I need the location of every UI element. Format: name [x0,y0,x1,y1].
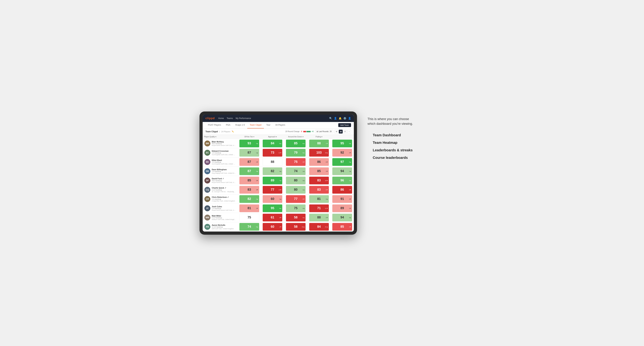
annotation-item-0: Team Dashboard [373,133,416,137]
player-handicap: 1-5 Handicap [212,208,236,209]
settings-icon[interactable]: ⚙️ [343,117,346,120]
score-number: 86 [317,160,321,164]
score-change: 3▲ [349,180,351,181]
player-club: Royal North Devon Golf Club, United King… [212,209,236,211]
player-info-6[interactable]: CRChris Robertson ✓1-5 HandicapCraigmill… [203,194,238,204]
score-cell-4-3: 8310▼ [307,176,330,185]
player-club: Royal North Devon Golf Club, United King… [212,145,236,146]
score-change: 7▲ [279,180,282,181]
column-headers: Player Quality ▾ Off the Tee ▾ Approach … [203,135,354,139]
tab-tour[interactable]: Tour [264,122,273,128]
nav-my-performance[interactable]: My Performance [236,117,251,120]
score-change: 1▲ [302,170,305,172]
player-details: Aaron Nicholls11-15 HandicapDrift Golf C… [212,224,236,230]
col-off-tee[interactable]: Off the Tee ▾ [238,135,261,139]
player-info-3[interactable]: DBDave Billingham1-5 HandicapGog Magog G… [203,167,238,176]
col-player[interactable]: Player Quality ▾ [203,135,238,139]
player-name: Dave Billingham [212,169,236,171]
score-box: 748▲ [240,223,259,231]
round-change-section: 20 Round Change -5 +5 [285,131,314,133]
team-header: Team Clippd | 14 Players ✏️ 20 Round Cha… [203,129,354,135]
grid-view-icon[interactable]: ⊞ [334,130,338,134]
score-change: 6▼ [326,189,328,190]
user-icon[interactable]: 👤 [334,117,337,120]
player-handicap: 1-5 Handicap [212,198,236,200]
player-name: Charlie Quick ✓ [212,187,236,189]
change-green-bar [306,131,310,132]
tab-all-players[interactable]: All Players [273,122,288,128]
score-cell-0-1: 846▲ [261,139,284,148]
score-cell-5-0: 833▼ [238,185,261,194]
score-change: 11▼ [278,152,282,154]
score-cell-1-3: 10315▲ [307,148,330,157]
score-box: 10315▲ [309,149,329,157]
nav-teams[interactable]: Teams [226,117,233,120]
annotation-item-2: Leaderboards & streaks [373,148,416,152]
score-box: 613▼ [263,214,282,221]
score-cell-0-0: 939▲ [238,139,261,148]
profile-icon[interactable]: 👤 [348,117,351,120]
score-change: 8▲ [256,226,258,227]
player-name: Edward Crossman [212,150,236,152]
score-number: 91 [340,197,344,201]
score-number: 95 [340,142,344,145]
score-change: 21▲ [325,226,328,227]
add-team-button[interactable]: Add Team [338,123,351,127]
bell-icon[interactable]: 🔔 [338,117,342,120]
avatar: DF [204,177,210,183]
score-number: 77 [294,197,298,201]
score-cell-8-0: 75 [238,213,261,222]
player-info-7[interactable]: JCJosh Coles1-5 HandicapRoyal North Devo… [203,204,238,213]
player-info-0[interactable]: BMBlair McHargPlus HandicapRoyal North D… [203,139,238,148]
score-box: 943▲ [332,214,352,221]
heatmap-view-icon[interactable]: ▦ [339,130,343,134]
player-handicap: Plus Handicap [212,180,236,181]
player-info-5[interactable]: CQCharlie Quick ✓6-10 HandicapSt. George… [203,185,238,194]
score-box: 801▲ [286,186,306,194]
player-details: Matt Miller6-10 HandicapWoburn Golf Club… [212,215,236,220]
list-view-icon[interactable]: ☰ [343,130,347,134]
player-details: Blair McHargPlus HandicapRoyal North Dev… [212,141,236,146]
avatar: BM [204,141,210,147]
player-info-9[interactable]: ANAaron Nicholls11-15 HandicapDrift Golf… [203,222,238,231]
nav-home[interactable]: Home [218,117,224,120]
player-club: St. George's Hill GC - Weybridge - Surre… [212,191,236,192]
player-info-1[interactable]: ECEdward Crossman1-5 HandicapSunningdale… [203,148,238,157]
player-handicap: 1-5 Handicap [212,171,236,172]
player-name: David Ford ✓ [212,177,236,180]
score-cell-5-4: 868▼ [330,185,354,194]
score-cell-2-4: 975▲ [330,158,354,167]
player-row: JCJosh Coles1-5 HandicapRoyal North Devo… [203,204,354,213]
col-approach[interactable]: Approach ▾ [261,135,284,139]
subnav: PGAT Players PGA Hcaps 1-5 Team Clippd T… [203,122,354,129]
score-cell-8-3: 882▼ [307,213,330,222]
score-cell-8-4: 943▲ [330,213,354,222]
edit-icon[interactable]: ✏️ [232,131,234,133]
player-club: Royal North Devon Golf Club, United King… [212,181,236,183]
score-cell-3-1: 824▲ [261,167,284,176]
tab-pgat-players[interactable]: PGAT Players [206,122,224,128]
tab-pga[interactable]: PGA [224,122,233,128]
col-putting[interactable]: Putting ▾ [307,135,330,139]
player-info-2[interactable]: EEElliot Ebert1-5 HandicapSunningdale Go… [203,158,238,167]
player-info-8[interactable]: MMMatt Miller6-10 HandicapWoburn Golf Cl… [203,213,238,222]
player-info-4[interactable]: DFDavid Ford ✓Plus HandicapRoyal North D… [203,176,238,185]
score-cell-6-0: 823▲ [238,194,261,204]
search-icon[interactable]: 🔍 [329,117,332,120]
tab-hcaps[interactable]: Hcaps 1-5 [233,122,247,128]
score-box: 939▲ [240,140,259,147]
player-row: BMBlair McHargPlus HandicapRoyal North D… [203,139,354,148]
score-number: 74 [294,169,298,173]
round-change-label: 20 Round Change [285,131,300,133]
score-number: 92 [340,151,344,155]
score-change: 11▼ [325,207,328,209]
col-around-green[interactable]: Around the Green ▾ [284,135,308,139]
score-cell-4-4: 963▲ [330,176,354,185]
export-icon[interactable]: ↕ [347,130,351,134]
last-rounds-button[interactable]: ⊞ Last Rounds: 20 [315,130,333,133]
score-number: 88 [317,216,321,219]
tab-team-clippd[interactable]: Team Clippd [247,122,264,128]
score-change: 6▲ [279,143,282,144]
score-box: 959▲ [332,140,352,147]
score-cell-7-4: 892▼ [330,204,354,213]
